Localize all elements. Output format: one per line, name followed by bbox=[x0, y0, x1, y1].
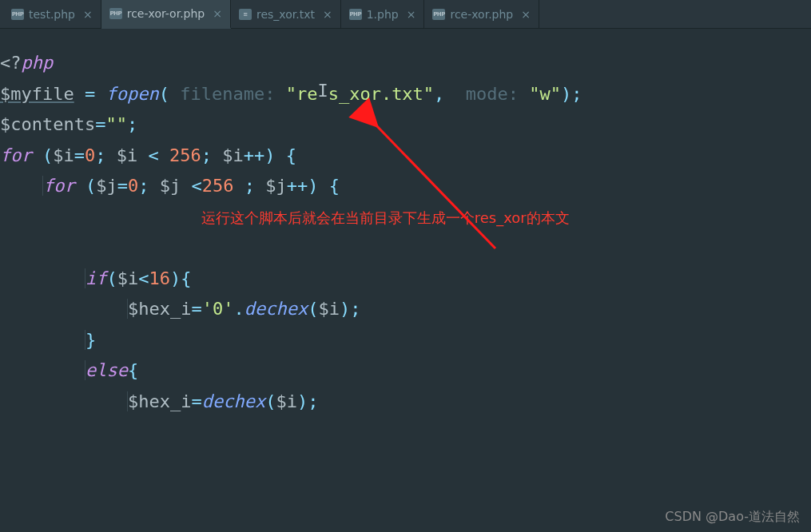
php-icon: PHP bbox=[349, 9, 362, 20]
code-line: else{ bbox=[0, 355, 805, 387]
code-line: } bbox=[0, 325, 805, 356]
tab-label: test.php bbox=[29, 8, 75, 21]
code-line: if($i<16){ bbox=[0, 264, 805, 295]
tab-res-xor-txt[interactable]: ≡ res_xor.txt × bbox=[231, 0, 341, 29]
close-icon[interactable]: × bbox=[521, 8, 531, 21]
code-line: $contents=""; bbox=[0, 109, 805, 141]
tab-1-php[interactable]: PHP 1.php × bbox=[341, 0, 425, 29]
code-line: $myfile = fopen( filename: "reIs_xor.txt… bbox=[0, 79, 805, 110]
tab-rce-xor-or-php[interactable]: PHP rce-xor-or.php × bbox=[101, 0, 231, 29]
tab-label: rce-xor.php bbox=[450, 8, 513, 21]
code-line: $hex_i=dechex($i); bbox=[0, 387, 805, 418]
close-icon[interactable]: × bbox=[323, 8, 332, 21]
tab-label: rce-xor-or.php bbox=[127, 7, 205, 20]
tab-rce-xor-php[interactable]: PHP rce-xor.php × bbox=[424, 0, 539, 29]
code-line: $hex_i='0'.dechex($i); bbox=[0, 294, 805, 325]
tab-label: 1.php bbox=[367, 8, 399, 21]
php-icon: PHP bbox=[432, 9, 445, 20]
watermark: CSDN @Dao-道法自然 bbox=[665, 509, 800, 526]
code-line: for ($i=0; $i < 256; $i++) { bbox=[0, 141, 805, 172]
annotation-text: 运行这个脚本后就会在当前目录下生成一个res_xor的本文 bbox=[201, 209, 570, 226]
tab-bar: PHP test.php × PHP rce-xor-or.php × ≡ re… bbox=[0, 0, 811, 29]
code-editor[interactable]: <?php $myfile = fopen( filename: "reIs_x… bbox=[0, 29, 811, 423]
close-icon[interactable]: × bbox=[213, 7, 222, 20]
text-icon: ≡ bbox=[239, 9, 252, 20]
close-icon[interactable]: × bbox=[83, 8, 93, 21]
annotation-line: 运行这个脚本后就会在当前目录下生成一个res_xor的本文 bbox=[0, 202, 805, 233]
tab-label: res_xor.txt bbox=[256, 8, 315, 21]
code-line: for ($j=0; $j <256 ; $j++) { bbox=[0, 171, 805, 202]
php-icon: PHP bbox=[11, 9, 24, 20]
php-icon: PHP bbox=[109, 8, 122, 19]
code-line bbox=[0, 232, 805, 264]
text-cursor: I bbox=[317, 76, 328, 107]
code-line: <?php bbox=[0, 48, 805, 79]
close-icon[interactable]: × bbox=[407, 8, 416, 21]
tab-test-php[interactable]: PHP test.php × bbox=[3, 0, 101, 29]
